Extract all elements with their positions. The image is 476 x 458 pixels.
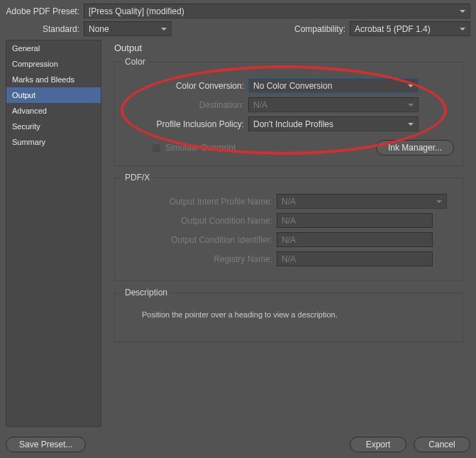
output-condition-name-value: N/A xyxy=(282,216,296,226)
description-fieldset: Description Position the pointer over a … xyxy=(114,293,463,342)
sidebar-item-general[interactable]: General xyxy=(6,40,101,56)
sidebar-item-summary[interactable]: Summary xyxy=(6,134,101,150)
registry-name-field: N/A xyxy=(277,251,433,266)
simulate-overprint-checkbox xyxy=(152,143,161,153)
profile-inclusion-dropdown[interactable]: Don't Include Profiles xyxy=(248,116,419,131)
registry-name-label: Registry Name: xyxy=(123,254,272,264)
description-legend: Description xyxy=(122,288,170,298)
pdfx-fieldset: PDF/X Output Intent Profile Name: N/A Ou… xyxy=(114,178,463,281)
preset-label: Adobe PDF Preset: xyxy=(6,6,79,16)
standard-value: None xyxy=(89,24,109,34)
profile-inclusion-label: Profile Inclusion Policy: xyxy=(123,119,244,129)
color-conversion-label: Color Conversion: xyxy=(123,81,244,91)
output-condition-name-field: N/A xyxy=(277,213,433,228)
color-conversion-dropdown[interactable]: No Color Conversion xyxy=(248,78,419,93)
destination-dropdown: N/A xyxy=(248,97,419,112)
output-intent-profile-dropdown: N/A xyxy=(277,194,447,209)
sidebar-item-compression[interactable]: Compression xyxy=(6,56,101,72)
standard-dropdown[interactable]: None xyxy=(84,21,172,36)
destination-value: N/A xyxy=(253,100,267,110)
standard-label: Standard: xyxy=(6,24,79,34)
preset-value: [Press Quality] (modified) xyxy=(89,6,184,16)
output-condition-identifier-label: Output Condition Identifier: xyxy=(123,235,272,245)
panel-title: Output xyxy=(114,43,463,53)
profile-inclusion-value: Don't Include Profiles xyxy=(253,119,333,129)
sidebar-item-output[interactable]: Output xyxy=(6,87,101,103)
output-intent-profile-value: N/A xyxy=(282,197,296,207)
simulate-overprint-label: Simulate Overprint xyxy=(165,143,236,153)
pdfx-legend: PDF/X xyxy=(122,173,153,182)
export-button[interactable]: Export xyxy=(350,437,406,452)
sidebar-item-marks-and-bleeds[interactable]: Marks and Bleeds xyxy=(6,72,101,87)
compatibility-dropdown[interactable]: Acrobat 5 (PDF 1.4) xyxy=(350,21,470,36)
sidebar-item-security[interactable]: Security xyxy=(6,119,101,134)
compatibility-label: Compatibility: xyxy=(294,24,345,34)
color-legend: Color xyxy=(122,57,148,67)
output-intent-profile-label: Output Intent Profile Name: xyxy=(123,197,272,207)
preset-dropdown[interactable]: [Press Quality] (modified) xyxy=(84,4,470,18)
destination-label: Destination: xyxy=(123,100,244,110)
registry-name-value: N/A xyxy=(282,254,296,264)
output-condition-identifier-value: N/A xyxy=(282,235,296,245)
sidebar: General Compression Marks and Bleeds Out… xyxy=(6,40,101,427)
color-conversion-value: No Color Conversion xyxy=(253,81,332,91)
sidebar-item-advanced[interactable]: Advanced xyxy=(6,103,101,119)
output-condition-name-label: Output Condition Name: xyxy=(123,216,272,226)
color-fieldset: Color Color Conversion: No Color Convers… xyxy=(114,62,463,166)
ink-manager-button[interactable]: Ink Manager... xyxy=(376,140,454,156)
compatibility-value: Acrobat 5 (PDF 1.4) xyxy=(355,24,431,34)
save-preset-button[interactable]: Save Preset... xyxy=(6,437,86,452)
description-text: Position the pointer over a heading to v… xyxy=(123,309,454,319)
output-condition-identifier-field: N/A xyxy=(277,232,433,247)
cancel-button[interactable]: Cancel xyxy=(414,437,470,452)
